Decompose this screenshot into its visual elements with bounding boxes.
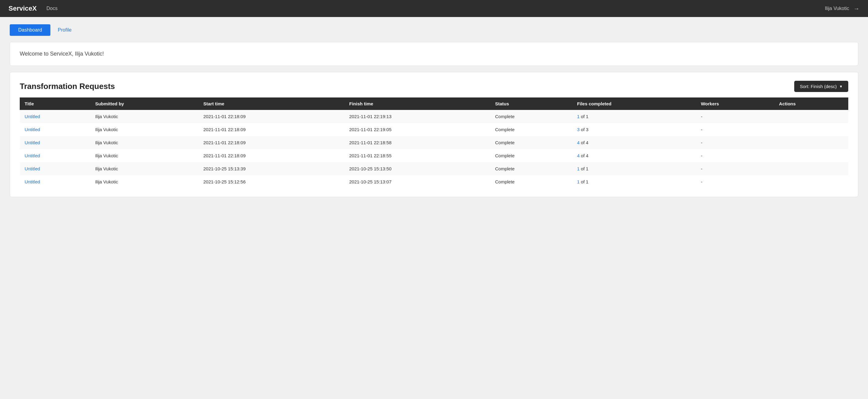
row-workers: - [696,123,774,136]
row-start-time: 2021-11-01 22:18:09 [198,149,345,162]
logout-icon[interactable]: → [854,5,860,12]
main-content: Dashboard Profile Welcome to ServiceX, I… [0,17,868,204]
row-actions [774,136,848,149]
row-status: Complete [490,123,572,136]
col-title: Title [20,97,90,110]
row-finish-time: 2021-11-01 22:19:13 [344,110,490,123]
row-submitted-by: Ilija Vukotic [90,123,198,136]
row-start-time: 2021-10-25 15:13:39 [198,162,345,175]
row-finish-time: 2021-11-01 22:19:05 [344,123,490,136]
tab-dashboard[interactable]: Dashboard [10,24,51,36]
row-finish-time: 2021-11-01 22:18:55 [344,149,490,162]
table-header: Title Submitted by Start time Finish tim… [20,97,848,110]
row-actions [774,149,848,162]
row-workers: - [696,149,774,162]
table-row: UntitledIlija Vukotic2021-10-25 15:13:39… [20,162,848,175]
row-status: Complete [490,162,572,175]
row-title-link[interactable]: Untitled [25,179,40,184]
row-finish-time: 2021-11-01 22:18:58 [344,136,490,149]
row-submitted-by: Ilija Vukotic [90,136,198,149]
row-start-time: 2021-11-01 22:18:09 [198,123,345,136]
row-submitted-by: Ilija Vukotic [90,175,198,188]
docs-link[interactable]: Docs [46,6,57,11]
user-name-label: Ilija Vukotic [825,6,849,11]
row-files-completed: 1 of 1 [572,110,696,123]
navbar-right: Ilija Vukotic → [825,5,860,12]
row-title-link[interactable]: Untitled [25,166,40,171]
col-files-completed: Files completed [572,97,696,110]
row-status: Complete [490,149,572,162]
row-actions [774,162,848,175]
row-files-completed: 3 of 3 [572,123,696,136]
row-submitted-by: Ilija Vukotic [90,110,198,123]
requests-title: Transformation Requests [20,82,115,91]
brand-logo: ServiceX [8,5,37,12]
row-status: Complete [490,136,572,149]
row-workers: - [696,175,774,188]
welcome-message: Welcome to ServiceX, Ilija Vukotic! [20,51,104,57]
row-status: Complete [490,175,572,188]
table-row: UntitledIlija Vukotic2021-11-01 22:18:09… [20,110,848,123]
row-title-link[interactable]: Untitled [25,114,40,119]
row-title-link[interactable]: Untitled [25,140,40,145]
row-files-completed: 1 of 1 [572,162,696,175]
requests-card: Transformation Requests Sort: Finish (de… [10,72,858,197]
tab-bar: Dashboard Profile [10,24,858,36]
col-start-time: Start time [198,97,345,110]
sort-button[interactable]: Sort: Finish (desc) ▼ [794,81,848,92]
col-submitted-by: Submitted by [90,97,198,110]
row-start-time: 2021-10-25 15:12:56 [198,175,345,188]
row-workers: - [696,136,774,149]
col-finish-time: Finish time [344,97,490,110]
row-actions [774,175,848,188]
row-files-completed: 4 of 4 [572,149,696,162]
table-row: UntitledIlija Vukotic2021-11-01 22:18:09… [20,123,848,136]
sort-arrow-icon: ▼ [839,84,843,89]
navbar: ServiceX Docs Ilija Vukotic → [0,0,868,17]
sort-label: Sort: Finish (desc) [800,84,837,89]
table-row: UntitledIlija Vukotic2021-11-01 22:18:09… [20,136,848,149]
row-submitted-by: Ilija Vukotic [90,162,198,175]
row-files-completed: 4 of 4 [572,136,696,149]
table-body: UntitledIlija Vukotic2021-11-01 22:18:09… [20,110,848,188]
col-workers: Workers [696,97,774,110]
row-finish-time: 2021-10-25 15:13:07 [344,175,490,188]
row-title-link[interactable]: Untitled [25,127,40,132]
row-actions [774,123,848,136]
row-start-time: 2021-11-01 22:18:09 [198,110,345,123]
table-row: UntitledIlija Vukotic2021-10-25 15:12:56… [20,175,848,188]
row-submitted-by: Ilija Vukotic [90,149,198,162]
tab-profile[interactable]: Profile [53,24,76,36]
requests-table: Title Submitted by Start time Finish tim… [20,97,848,188]
row-start-time: 2021-11-01 22:18:09 [198,136,345,149]
col-status: Status [490,97,572,110]
welcome-card: Welcome to ServiceX, Ilija Vukotic! [10,42,858,66]
row-actions [774,110,848,123]
row-title-link[interactable]: Untitled [25,153,40,158]
row-workers: - [696,162,774,175]
row-workers: - [696,110,774,123]
table-row: UntitledIlija Vukotic2021-11-01 22:18:09… [20,149,848,162]
row-finish-time: 2021-10-25 15:13:50 [344,162,490,175]
row-status: Complete [490,110,572,123]
col-actions: Actions [774,97,848,110]
requests-header: Transformation Requests Sort: Finish (de… [20,81,848,92]
row-files-completed: 1 of 1 [572,175,696,188]
